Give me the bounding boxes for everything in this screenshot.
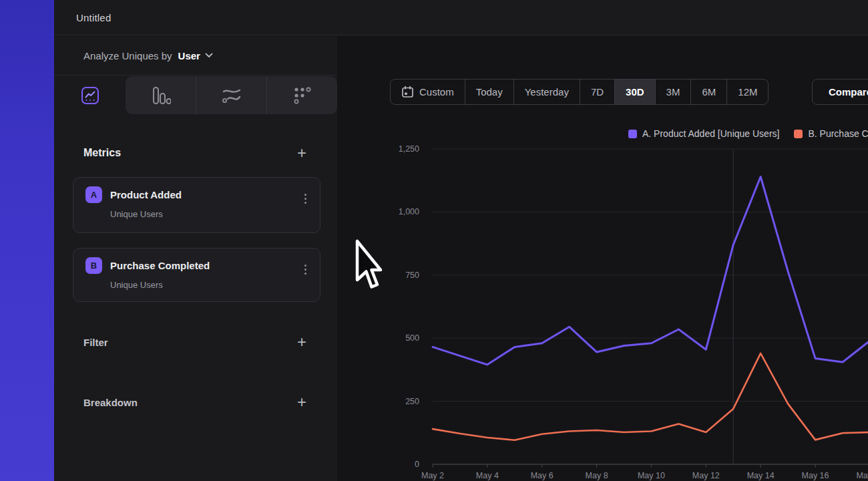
report-title[interactable]: Untitled xyxy=(76,12,111,23)
retention-dots-icon xyxy=(292,86,312,105)
query-sidebar: Analyze Uniques by User xyxy=(54,36,337,481)
metric-subtitle[interactable]: Unique Users xyxy=(110,209,308,219)
add-filter-button[interactable]: + xyxy=(297,334,306,350)
line-chart-icon xyxy=(81,86,99,105)
metric-badge-b: B xyxy=(85,257,102,274)
metric-card-b[interactable]: B Purchase Completed Unique Users xyxy=(73,248,320,302)
tab-insights-line-chart[interactable] xyxy=(54,76,126,114)
app-window: Untitled Analyze Uniques by User xyxy=(0,0,868,481)
tab-bar-chart[interactable] xyxy=(126,76,196,114)
add-metric-button[interactable]: + xyxy=(297,145,306,161)
metric-options-menu-icon[interactable] xyxy=(302,262,309,277)
metric-options-menu-icon[interactable] xyxy=(302,191,309,206)
series-line-a[interactable] xyxy=(433,177,868,365)
inactive-tab-strip xyxy=(126,76,337,114)
filter-label: Filter xyxy=(83,337,108,348)
series-line-b[interactable] xyxy=(433,353,868,440)
top-bar: Untitled xyxy=(54,0,868,35)
tab-retention[interactable] xyxy=(266,76,337,114)
left-gradient-strip xyxy=(0,0,54,481)
bar-chart-icon xyxy=(151,86,171,105)
metric-card-a[interactable]: A Product Added Unique Users xyxy=(73,177,320,233)
metrics-section-header: Metrics + xyxy=(83,143,306,163)
chart-type-tabs xyxy=(54,76,337,114)
filter-section-header: Filter + xyxy=(83,332,306,352)
metric-title: Purchase Completed xyxy=(110,260,210,271)
chevron-down-icon xyxy=(205,53,213,58)
flows-icon xyxy=(221,87,242,104)
analyze-by-label: Analyze Uniques by xyxy=(83,50,172,61)
tab-flows[interactable] xyxy=(196,76,266,114)
analyze-by-value[interactable]: User xyxy=(178,50,200,61)
breakdown-label: Breakdown xyxy=(83,397,138,408)
line-chart[interactable]: 02505007501,0001,250May 2May 4May 6May 8… xyxy=(337,36,868,481)
metric-title: Product Added xyxy=(110,189,182,200)
chart-panel: CustomTodayYesterday7D30D3M6M12M Compare… xyxy=(337,36,868,481)
metrics-label: Metrics xyxy=(83,147,121,159)
metric-badge-a: A xyxy=(85,186,102,203)
metric-subtitle[interactable]: Unique Users xyxy=(110,280,308,290)
breakdown-section-header: Breakdown + xyxy=(83,392,306,412)
analyze-by-selector[interactable]: Analyze Uniques by User xyxy=(54,36,337,75)
add-breakdown-button[interactable]: + xyxy=(297,394,306,410)
